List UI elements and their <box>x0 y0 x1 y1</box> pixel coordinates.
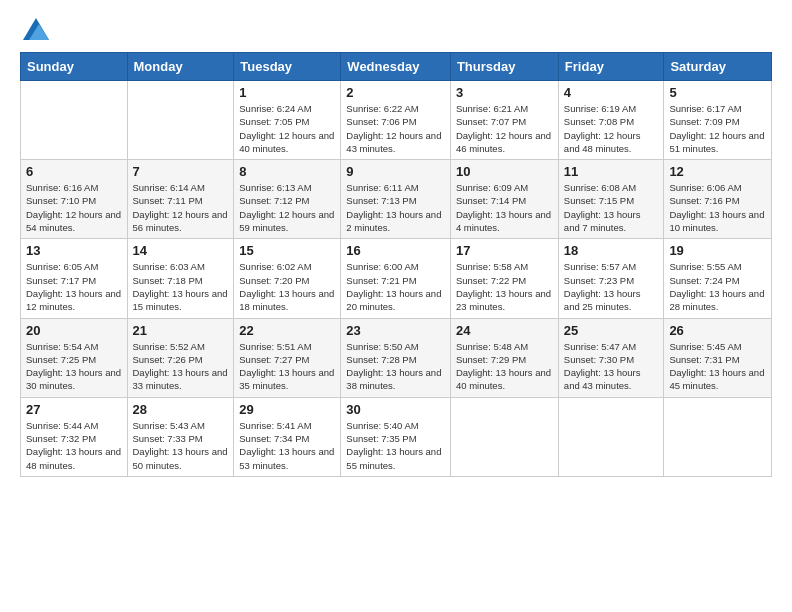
weekday-header-saturday: Saturday <box>664 53 772 81</box>
calendar-table: SundayMondayTuesdayWednesdayThursdayFrid… <box>20 52 772 477</box>
day-info: Sunrise: 6:05 AM Sunset: 7:17 PM Dayligh… <box>26 260 122 313</box>
day-cell <box>127 81 234 160</box>
day-number: 25 <box>564 323 659 338</box>
day-number: 18 <box>564 243 659 258</box>
week-row-3: 20Sunrise: 5:54 AM Sunset: 7:25 PM Dayli… <box>21 318 772 397</box>
day-number: 7 <box>133 164 229 179</box>
day-cell: 3Sunrise: 6:21 AM Sunset: 7:07 PM Daylig… <box>450 81 558 160</box>
weekday-header-thursday: Thursday <box>450 53 558 81</box>
day-cell: 5Sunrise: 6:17 AM Sunset: 7:09 PM Daylig… <box>664 81 772 160</box>
day-cell: 21Sunrise: 5:52 AM Sunset: 7:26 PM Dayli… <box>127 318 234 397</box>
day-info: Sunrise: 5:41 AM Sunset: 7:34 PM Dayligh… <box>239 419 335 472</box>
day-info: Sunrise: 6:06 AM Sunset: 7:16 PM Dayligh… <box>669 181 766 234</box>
day-info: Sunrise: 6:03 AM Sunset: 7:18 PM Dayligh… <box>133 260 229 313</box>
day-info: Sunrise: 6:09 AM Sunset: 7:14 PM Dayligh… <box>456 181 553 234</box>
week-row-4: 27Sunrise: 5:44 AM Sunset: 7:32 PM Dayli… <box>21 397 772 476</box>
day-cell: 30Sunrise: 5:40 AM Sunset: 7:35 PM Dayli… <box>341 397 451 476</box>
day-cell: 24Sunrise: 5:48 AM Sunset: 7:29 PM Dayli… <box>450 318 558 397</box>
weekday-header-monday: Monday <box>127 53 234 81</box>
weekday-header-tuesday: Tuesday <box>234 53 341 81</box>
day-cell: 19Sunrise: 5:55 AM Sunset: 7:24 PM Dayli… <box>664 239 772 318</box>
day-cell: 9Sunrise: 6:11 AM Sunset: 7:13 PM Daylig… <box>341 160 451 239</box>
day-cell: 18Sunrise: 5:57 AM Sunset: 7:23 PM Dayli… <box>558 239 664 318</box>
day-cell <box>450 397 558 476</box>
day-number: 15 <box>239 243 335 258</box>
day-info: Sunrise: 6:14 AM Sunset: 7:11 PM Dayligh… <box>133 181 229 234</box>
day-number: 29 <box>239 402 335 417</box>
day-info: Sunrise: 5:44 AM Sunset: 7:32 PM Dayligh… <box>26 419 122 472</box>
day-cell: 25Sunrise: 5:47 AM Sunset: 7:30 PM Dayli… <box>558 318 664 397</box>
day-cell <box>664 397 772 476</box>
day-cell: 27Sunrise: 5:44 AM Sunset: 7:32 PM Dayli… <box>21 397 128 476</box>
day-number: 16 <box>346 243 445 258</box>
logo-icon <box>23 18 49 40</box>
day-info: Sunrise: 5:58 AM Sunset: 7:22 PM Dayligh… <box>456 260 553 313</box>
day-cell: 10Sunrise: 6:09 AM Sunset: 7:14 PM Dayli… <box>450 160 558 239</box>
day-info: Sunrise: 5:55 AM Sunset: 7:24 PM Dayligh… <box>669 260 766 313</box>
day-number: 13 <box>26 243 122 258</box>
header <box>20 18 772 42</box>
weekday-header-row: SundayMondayTuesdayWednesdayThursdayFrid… <box>21 53 772 81</box>
day-number: 5 <box>669 85 766 100</box>
day-number: 23 <box>346 323 445 338</box>
day-cell: 16Sunrise: 6:00 AM Sunset: 7:21 PM Dayli… <box>341 239 451 318</box>
day-info: Sunrise: 6:24 AM Sunset: 7:05 PM Dayligh… <box>239 102 335 155</box>
day-number: 2 <box>346 85 445 100</box>
weekday-header-friday: Friday <box>558 53 664 81</box>
day-cell: 17Sunrise: 5:58 AM Sunset: 7:22 PM Dayli… <box>450 239 558 318</box>
day-info: Sunrise: 5:47 AM Sunset: 7:30 PM Dayligh… <box>564 340 659 393</box>
day-info: Sunrise: 6:02 AM Sunset: 7:20 PM Dayligh… <box>239 260 335 313</box>
week-row-1: 6Sunrise: 6:16 AM Sunset: 7:10 PM Daylig… <box>21 160 772 239</box>
day-number: 8 <box>239 164 335 179</box>
day-info: Sunrise: 5:52 AM Sunset: 7:26 PM Dayligh… <box>133 340 229 393</box>
day-cell: 28Sunrise: 5:43 AM Sunset: 7:33 PM Dayli… <box>127 397 234 476</box>
logo <box>20 18 49 42</box>
day-number: 6 <box>26 164 122 179</box>
day-info: Sunrise: 6:11 AM Sunset: 7:13 PM Dayligh… <box>346 181 445 234</box>
day-cell: 11Sunrise: 6:08 AM Sunset: 7:15 PM Dayli… <box>558 160 664 239</box>
day-info: Sunrise: 6:13 AM Sunset: 7:12 PM Dayligh… <box>239 181 335 234</box>
day-info: Sunrise: 6:00 AM Sunset: 7:21 PM Dayligh… <box>346 260 445 313</box>
day-number: 24 <box>456 323 553 338</box>
day-cell: 29Sunrise: 5:41 AM Sunset: 7:34 PM Dayli… <box>234 397 341 476</box>
page: SundayMondayTuesdayWednesdayThursdayFrid… <box>0 0 792 612</box>
day-info: Sunrise: 6:16 AM Sunset: 7:10 PM Dayligh… <box>26 181 122 234</box>
day-number: 14 <box>133 243 229 258</box>
day-number: 12 <box>669 164 766 179</box>
day-cell: 22Sunrise: 5:51 AM Sunset: 7:27 PM Dayli… <box>234 318 341 397</box>
day-cell <box>558 397 664 476</box>
day-number: 20 <box>26 323 122 338</box>
day-info: Sunrise: 6:22 AM Sunset: 7:06 PM Dayligh… <box>346 102 445 155</box>
day-number: 26 <box>669 323 766 338</box>
day-number: 4 <box>564 85 659 100</box>
day-info: Sunrise: 5:57 AM Sunset: 7:23 PM Dayligh… <box>564 260 659 313</box>
day-number: 30 <box>346 402 445 417</box>
day-number: 1 <box>239 85 335 100</box>
day-number: 17 <box>456 243 553 258</box>
day-cell: 26Sunrise: 5:45 AM Sunset: 7:31 PM Dayli… <box>664 318 772 397</box>
day-info: Sunrise: 5:48 AM Sunset: 7:29 PM Dayligh… <box>456 340 553 393</box>
day-cell: 4Sunrise: 6:19 AM Sunset: 7:08 PM Daylig… <box>558 81 664 160</box>
day-info: Sunrise: 5:45 AM Sunset: 7:31 PM Dayligh… <box>669 340 766 393</box>
day-cell: 23Sunrise: 5:50 AM Sunset: 7:28 PM Dayli… <box>341 318 451 397</box>
day-number: 28 <box>133 402 229 417</box>
day-info: Sunrise: 5:50 AM Sunset: 7:28 PM Dayligh… <box>346 340 445 393</box>
day-number: 22 <box>239 323 335 338</box>
weekday-header-wednesday: Wednesday <box>341 53 451 81</box>
day-number: 3 <box>456 85 553 100</box>
day-info: Sunrise: 6:08 AM Sunset: 7:15 PM Dayligh… <box>564 181 659 234</box>
day-cell: 15Sunrise: 6:02 AM Sunset: 7:20 PM Dayli… <box>234 239 341 318</box>
day-number: 19 <box>669 243 766 258</box>
day-info: Sunrise: 6:17 AM Sunset: 7:09 PM Dayligh… <box>669 102 766 155</box>
day-cell: 12Sunrise: 6:06 AM Sunset: 7:16 PM Dayli… <box>664 160 772 239</box>
weekday-header-sunday: Sunday <box>21 53 128 81</box>
week-row-2: 13Sunrise: 6:05 AM Sunset: 7:17 PM Dayli… <box>21 239 772 318</box>
day-info: Sunrise: 6:21 AM Sunset: 7:07 PM Dayligh… <box>456 102 553 155</box>
day-cell: 2Sunrise: 6:22 AM Sunset: 7:06 PM Daylig… <box>341 81 451 160</box>
day-cell: 7Sunrise: 6:14 AM Sunset: 7:11 PM Daylig… <box>127 160 234 239</box>
week-row-0: 1Sunrise: 6:24 AM Sunset: 7:05 PM Daylig… <box>21 81 772 160</box>
day-cell: 1Sunrise: 6:24 AM Sunset: 7:05 PM Daylig… <box>234 81 341 160</box>
day-info: Sunrise: 6:19 AM Sunset: 7:08 PM Dayligh… <box>564 102 659 155</box>
day-cell <box>21 81 128 160</box>
day-info: Sunrise: 5:54 AM Sunset: 7:25 PM Dayligh… <box>26 340 122 393</box>
